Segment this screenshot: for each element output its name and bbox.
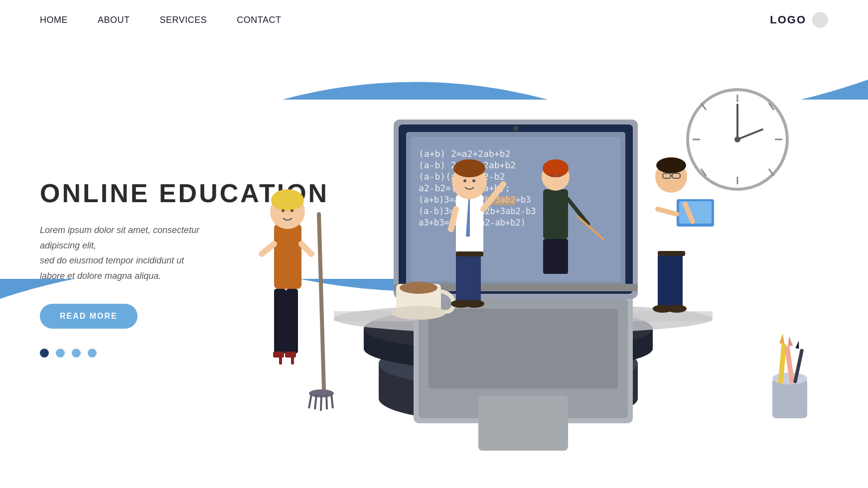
- logo-text: LOGO: [770, 13, 806, 26]
- svg-rect-48: [456, 254, 468, 304]
- svg-rect-91: [273, 352, 284, 358]
- svg-point-30: [513, 126, 518, 131]
- nav-link-services[interactable]: SERVICES: [160, 15, 207, 25]
- svg-point-84: [271, 189, 304, 211]
- svg-point-52: [453, 159, 485, 177]
- svg-rect-59: [543, 189, 568, 239]
- dot-2[interactable]: [56, 349, 65, 358]
- svg-rect-73: [658, 254, 670, 309]
- svg-point-85: [282, 209, 285, 212]
- main-content: ONLINE EDUCATION Lorem ipsum dolor sit a…: [0, 0, 868, 488]
- svg-text:(a+b) 2=a2+2ab+b2: (a+b) 2=a2+2ab+b2: [419, 148, 510, 159]
- nav-item-home[interactable]: HOME: [40, 15, 68, 25]
- nav-link-about[interactable]: ABOUT: [98, 15, 130, 25]
- svg-point-61: [543, 159, 569, 177]
- svg-rect-79: [658, 251, 685, 256]
- svg-line-101: [331, 394, 333, 408]
- svg-rect-82: [274, 224, 301, 289]
- svg-point-53: [463, 179, 466, 182]
- svg-rect-89: [274, 289, 286, 354]
- svg-rect-49: [468, 254, 481, 304]
- nav-links: HOME ABOUT SERVICES CONTACT: [40, 15, 281, 25]
- dot-1[interactable]: [40, 349, 49, 358]
- navbar: HOME ABOUT SERVICES CONTACT LOGO: [0, 0, 868, 40]
- logo-icon: [812, 12, 828, 28]
- svg-line-97: [309, 394, 311, 408]
- nav-item-services[interactable]: SERVICES: [160, 15, 207, 25]
- nav-link-home[interactable]: HOME: [40, 15, 68, 25]
- svg-line-99: [321, 395, 321, 411]
- svg-rect-24: [429, 309, 618, 388]
- dot-3[interactable]: [72, 349, 81, 358]
- svg-point-54: [472, 179, 475, 182]
- svg-rect-25: [478, 396, 568, 451]
- svg-point-81: [667, 305, 687, 313]
- svg-rect-74: [670, 254, 683, 309]
- svg-rect-90: [286, 289, 298, 354]
- svg-marker-105: [779, 334, 785, 344]
- dot-4[interactable]: [88, 349, 97, 358]
- svg-line-100: [326, 394, 327, 409]
- svg-point-62: [551, 175, 553, 177]
- svg-rect-66: [543, 239, 568, 274]
- svg-marker-109: [795, 340, 800, 349]
- svg-point-86: [290, 209, 293, 212]
- svg-line-87: [262, 244, 274, 254]
- nav-item-contact[interactable]: CONTACT: [237, 15, 281, 25]
- svg-rect-94: [291, 355, 294, 365]
- illustration: (a+b) 2=a2+2ab+b2 (a-b) 2=a 2-2ab+b2 (a-…: [199, 40, 847, 478]
- nav-link-contact[interactable]: CONTACT: [237, 15, 281, 25]
- nav-item-about[interactable]: ABOUT: [98, 15, 130, 25]
- svg-rect-93: [285, 352, 296, 358]
- svg-line-88: [301, 244, 311, 254]
- svg-line-95: [319, 214, 324, 388]
- svg-point-45: [391, 306, 446, 320]
- svg-point-63: [559, 175, 561, 177]
- logo-area: LOGO: [770, 12, 828, 28]
- svg-point-11: [734, 136, 740, 142]
- svg-point-44: [400, 282, 437, 294]
- svg-marker-107: [787, 336, 793, 346]
- svg-rect-92: [279, 355, 282, 365]
- svg-rect-50: [456, 251, 483, 256]
- read-more-button[interactable]: READ MORE: [40, 304, 138, 329]
- svg-point-69: [656, 157, 686, 173]
- svg-point-58: [464, 300, 484, 308]
